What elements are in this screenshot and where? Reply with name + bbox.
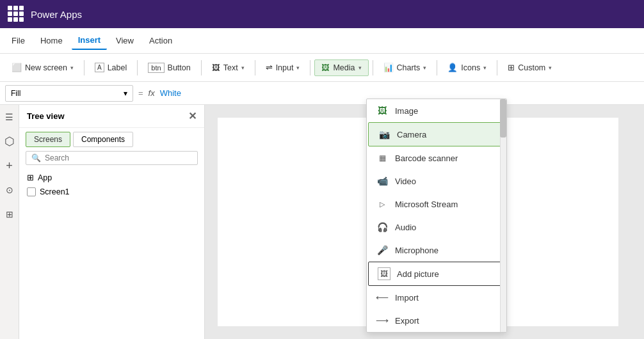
text-label: Text bbox=[223, 63, 238, 72]
menu-action[interactable]: Action bbox=[143, 32, 179, 49]
divider-5 bbox=[310, 60, 310, 75]
search-input[interactable] bbox=[45, 154, 192, 162]
tree-close-button[interactable]: ✕ bbox=[188, 110, 197, 122]
new-screen-icon: ⬜ bbox=[12, 63, 22, 72]
icons-icon: 👤 bbox=[447, 63, 458, 72]
input-label: Input bbox=[276, 63, 294, 72]
fill-chevron: ▾ bbox=[124, 89, 127, 98]
icons-label: Icons bbox=[461, 63, 480, 72]
divider-2 bbox=[137, 60, 138, 75]
charts-button[interactable]: 📊 Charts ▾ bbox=[377, 59, 433, 75]
export-icon: ⟶ bbox=[376, 314, 389, 327]
addpicture-icon: 🖼 bbox=[378, 267, 390, 280]
button-icon: btn bbox=[148, 63, 164, 73]
dropdown-barcode[interactable]: ▦ Barcode scanner bbox=[367, 146, 506, 170]
menu-file[interactable]: File bbox=[5, 32, 31, 49]
left-sidebar: ☰ ⬡ + ⊙ ⊞ bbox=[0, 105, 19, 339]
charts-icon: 📊 bbox=[383, 63, 394, 72]
menu-bar: File Home Insert View Action bbox=[0, 28, 644, 54]
app-icon: ⊞ bbox=[27, 173, 34, 182]
addpicture-label: Add picture bbox=[397, 269, 439, 279]
formula-value: White bbox=[160, 88, 181, 98]
plus-icon[interactable]: + bbox=[3, 159, 17, 173]
app-title: Power Apps bbox=[31, 9, 82, 20]
tree-tabs: Screens Components bbox=[19, 128, 204, 151]
toolbar: ⬜ New screen ▾ A Label btn Button 🖼 Text… bbox=[0, 54, 644, 82]
data-icon[interactable]: ⊙ bbox=[3, 183, 17, 197]
import-icon: ⟵ bbox=[376, 291, 389, 304]
divider-3 bbox=[201, 60, 202, 75]
tab-screens[interactable]: Screens bbox=[26, 132, 70, 147]
screen-icon bbox=[27, 187, 36, 196]
screen1-label: Screen1 bbox=[40, 187, 70, 196]
custom-icon: ⊞ bbox=[508, 63, 515, 72]
fill-dropdown[interactable]: Fill ▾ bbox=[5, 85, 133, 102]
tree-item-screen1[interactable]: Screen1 bbox=[19, 185, 204, 199]
custom-button[interactable]: ⊞ Custom ▾ bbox=[501, 59, 558, 75]
custom-label: Custom bbox=[518, 63, 545, 72]
divider-8 bbox=[497, 60, 497, 75]
formula-bar: Fill ▾ = fx White bbox=[0, 82, 644, 105]
tree-item-app[interactable]: ⊞ App bbox=[19, 170, 204, 185]
dropdown-camera[interactable]: 📷 Camera bbox=[368, 122, 505, 146]
text-chevron: ▾ bbox=[241, 65, 245, 71]
media-button[interactable]: 🖼 Media ▾ bbox=[314, 59, 368, 76]
button-label: Button bbox=[168, 63, 191, 72]
menu-view[interactable]: View bbox=[109, 32, 140, 49]
text-button[interactable]: 🖼 Text ▾ bbox=[205, 60, 251, 75]
video-label: Video bbox=[395, 177, 416, 186]
media-chevron: ▾ bbox=[358, 65, 362, 71]
title-bar: Power Apps bbox=[0, 0, 644, 28]
divider-6 bbox=[373, 60, 373, 75]
tab-components[interactable]: Components bbox=[73, 132, 133, 147]
icons-chevron: ▾ bbox=[483, 65, 487, 71]
new-screen-chevron: ▾ bbox=[70, 65, 74, 71]
export-label: Export bbox=[395, 316, 419, 326]
stream-label: Microsoft Stream bbox=[395, 200, 458, 209]
microphone-icon: 🎤 bbox=[376, 244, 389, 256]
dropdown-image[interactable]: 🖼 Image bbox=[367, 99, 506, 122]
media-icon: 🖼 bbox=[321, 63, 330, 72]
hamburger-icon[interactable]: ☰ bbox=[3, 110, 17, 124]
layers-icon[interactable]: ⬡ bbox=[3, 134, 17, 148]
input-chevron: ▾ bbox=[296, 65, 300, 71]
video-icon: 📹 bbox=[376, 175, 389, 187]
dropdown-scrollbar-track[interactable] bbox=[500, 99, 506, 332]
camera-icon: 📷 bbox=[378, 128, 390, 141]
equals-sign: = bbox=[138, 88, 143, 98]
app-grid-icon[interactable] bbox=[8, 6, 24, 22]
media-label: Media bbox=[333, 63, 355, 72]
tree-search[interactable]: 🔍 bbox=[26, 151, 198, 165]
canvas-area: 🖼 Image 📷 Camera ▦ Barcode scanner 📹 Vid… bbox=[205, 105, 644, 339]
fill-label: Fill bbox=[11, 89, 20, 98]
barcode-icon: ▦ bbox=[376, 152, 389, 164]
menu-home[interactable]: Home bbox=[34, 32, 69, 49]
menu-insert[interactable]: Insert bbox=[72, 31, 107, 50]
input-button[interactable]: ⇌ Input ▾ bbox=[259, 59, 307, 75]
dropdown-microphone[interactable]: 🎤 Microphone bbox=[367, 239, 506, 262]
charts-label: Charts bbox=[397, 63, 421, 72]
dropdown-export[interactable]: ⟶ Export bbox=[367, 309, 506, 332]
divider-7 bbox=[437, 60, 437, 75]
new-screen-button[interactable]: ⬜ New screen ▾ bbox=[5, 59, 80, 75]
charts-chevron: ▾ bbox=[423, 65, 426, 71]
label-button[interactable]: A Label bbox=[88, 59, 133, 75]
image-icon: 🖼 bbox=[376, 104, 389, 117]
dropdown-video[interactable]: 📹 Video bbox=[367, 170, 506, 193]
dropdown-stream[interactable]: ▷ Microsoft Stream bbox=[367, 193, 506, 216]
divider-4 bbox=[255, 60, 255, 75]
dropdown-scrollbar-thumb[interactable] bbox=[500, 99, 506, 138]
dropdown-import[interactable]: ⟵ Import bbox=[367, 286, 506, 309]
dropdown-addpicture[interactable]: 🖼 Add picture bbox=[368, 262, 505, 286]
dropdown-audio[interactable]: 🎧 Audio bbox=[367, 216, 506, 239]
import-label: Import bbox=[395, 293, 419, 303]
tree-title: Tree view bbox=[27, 111, 65, 121]
app-label: App bbox=[38, 173, 52, 182]
stream-icon: ▷ bbox=[376, 198, 389, 210]
microphone-label: Microphone bbox=[395, 246, 439, 255]
icons-button[interactable]: 👤 Icons ▾ bbox=[441, 59, 493, 75]
button-button[interactable]: btn Button bbox=[141, 59, 197, 76]
tree-panel: Tree view ✕ Screens Components 🔍 ⊞ App S… bbox=[19, 105, 205, 339]
new-screen-label: New screen bbox=[25, 63, 67, 72]
components-icon[interactable]: ⊞ bbox=[3, 207, 17, 221]
